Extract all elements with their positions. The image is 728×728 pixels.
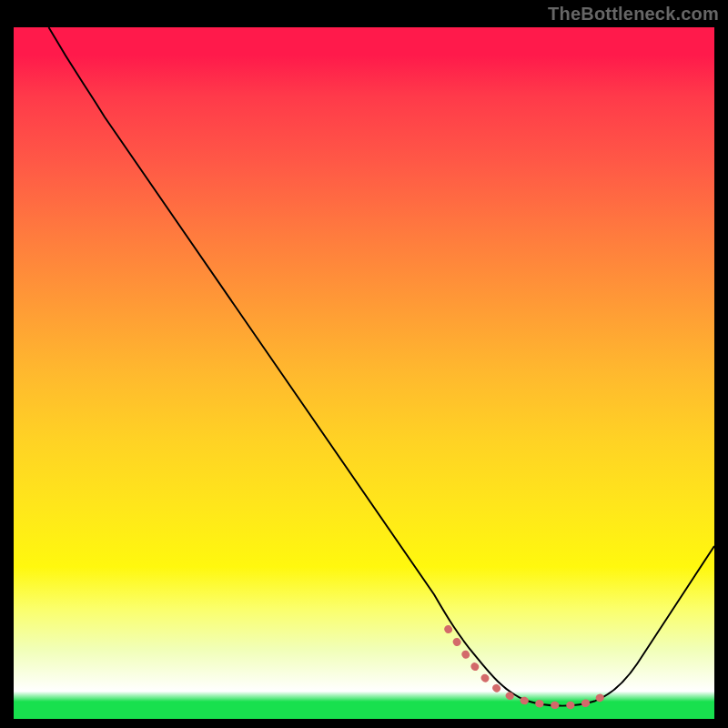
chart-svg xyxy=(14,27,714,719)
optimal-marker-path xyxy=(448,629,605,705)
watermark-text: TheBottleneck.com xyxy=(548,4,719,25)
chart-stage: TheBottleneck.com xyxy=(0,0,728,728)
bottleneck-curve-path xyxy=(49,27,715,706)
plot-area xyxy=(14,27,714,719)
